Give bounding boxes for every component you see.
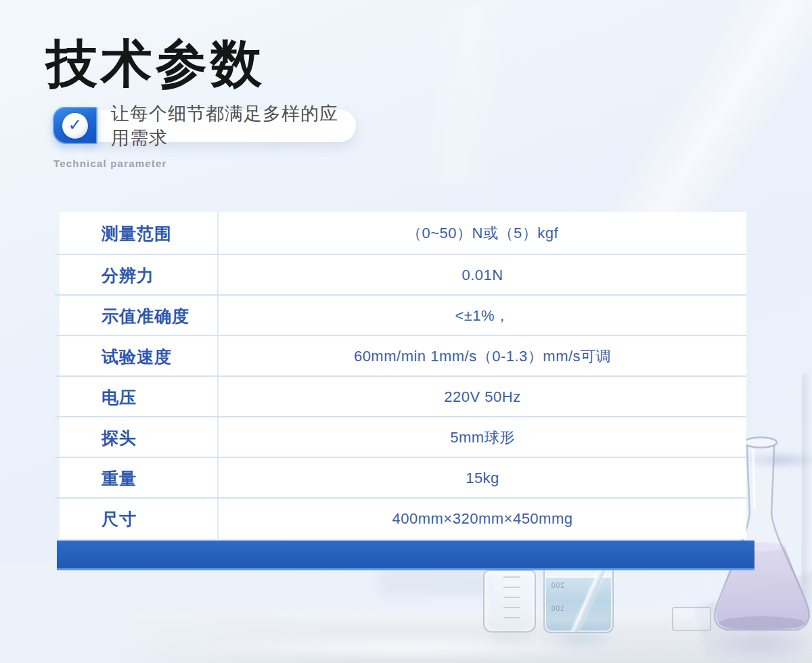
reagent-bottle-graphic bbox=[483, 570, 536, 633]
spec-table: 测量范围 （0~50）N或（5）kgf 分辨力 0.01N 示值准确度 <±1%… bbox=[60, 212, 746, 539]
tagline-banner: 让每个细节都满足多样的应用需求 ✓ bbox=[53, 107, 364, 145]
check-icon: ✓ bbox=[68, 115, 83, 135]
table-row: 分辨力 0.01N bbox=[60, 255, 746, 296]
table-row: 尺寸 400mm×320mm×450mmg bbox=[60, 499, 746, 539]
spec-label: 尺寸 bbox=[60, 499, 219, 539]
spec-label: 重量 bbox=[60, 458, 219, 499]
spec-label: 试验速度 bbox=[60, 336, 219, 377]
light-streak bbox=[212, 0, 695, 195]
beaker-scale-mark: 200 bbox=[551, 582, 564, 589]
table-row: 测量范围 （0~50）N或（5）kgf bbox=[60, 212, 746, 255]
spec-label: 探头 bbox=[60, 417, 219, 458]
subtitle-english: Technical parameter bbox=[53, 158, 167, 169]
spec-value: 0.01N bbox=[219, 255, 746, 296]
beaker-scale-mark: 100 bbox=[551, 605, 564, 612]
table-row: 探头 5mm球形 bbox=[60, 417, 746, 458]
blurred-glassware bbox=[379, 570, 494, 597]
accent-bottom-bar bbox=[57, 541, 754, 570]
spec-value: 220V 50Hz bbox=[219, 377, 746, 417]
table-row: 重量 15kg bbox=[60, 458, 746, 499]
bench-shine bbox=[162, 633, 650, 662]
spec-label: 测量范围 bbox=[60, 212, 219, 255]
table-row: 试验速度 60mm/min 1mm/s（0-1.3）mm/s可调 bbox=[60, 336, 746, 377]
spec-label: 电压 bbox=[60, 377, 219, 417]
table-row: 示值准确度 <±1%， bbox=[60, 296, 746, 336]
check-badge: ✓ bbox=[53, 107, 97, 144]
spec-label: 分辨力 bbox=[60, 255, 219, 296]
product-spec-page: 200 100 技术参数 bbox=[0, 0, 812, 663]
bottle-scale-ticks bbox=[503, 576, 520, 620]
spec-label: 示值准确度 bbox=[60, 296, 219, 336]
tagline-pill: 让每个细节都满足多样的应用需求 bbox=[95, 110, 356, 142]
spec-value: 15kg bbox=[219, 458, 746, 499]
spec-value: 60mm/min 1mm/s（0-1.3）mm/s可调 bbox=[219, 336, 746, 377]
beaker-graphic: 200 100 bbox=[543, 566, 614, 633]
spec-value: 400mm×320mm×450mmg bbox=[219, 499, 746, 539]
spec-value: （0~50）N或（5）kgf bbox=[219, 212, 746, 255]
spec-value: <±1%， bbox=[219, 296, 746, 336]
check-circle: ✓ bbox=[62, 113, 88, 139]
table-row: 电压 220V 50Hz bbox=[60, 377, 746, 417]
spec-value: 5mm球形 bbox=[219, 417, 746, 458]
page-title: 技术参数 bbox=[46, 35, 265, 92]
